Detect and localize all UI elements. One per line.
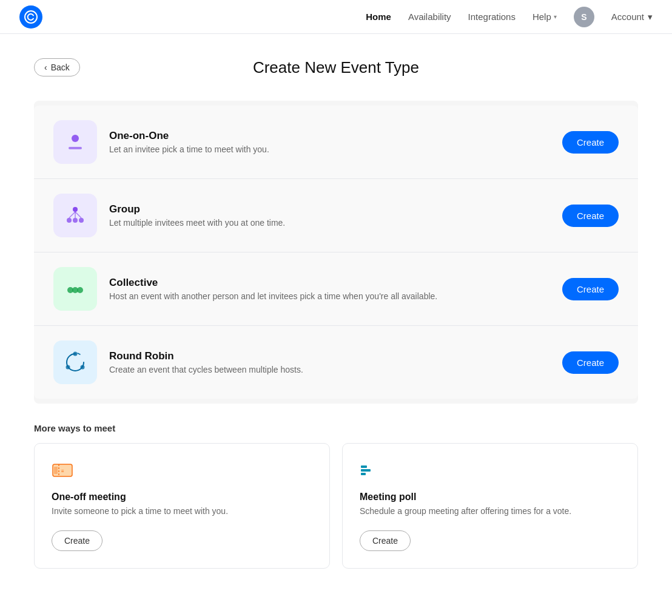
account-chevron-icon: ▾: [648, 12, 653, 22]
more-ways-title: More ways to meet: [34, 423, 638, 433]
create-one-off-meeting-button[interactable]: Create: [52, 530, 102, 551]
round-robin-info: Round Robin Create an event that cycles …: [109, 350, 562, 374]
svg-point-15: [81, 365, 85, 370]
meeting-poll-card: Meeting poll Schedule a group meeting af…: [342, 443, 638, 569]
svg-point-1: [72, 135, 79, 142]
svg-text:≡: ≡: [61, 469, 64, 474]
one-on-one-desc: Let an invitee pick a time to meet with …: [109, 144, 562, 154]
title-area: ‹ Back Create New Event Type: [34, 58, 638, 96]
create-meeting-poll-button[interactable]: Create: [360, 530, 411, 551]
svg-point-6: [79, 218, 84, 223]
ticket-icon: ≡: [52, 461, 312, 484]
title-center: Create New Event Type: [119, 58, 553, 77]
svg-point-16: [66, 365, 70, 370]
svg-point-0: [25, 11, 37, 23]
group-name: Group: [109, 203, 562, 215]
event-card-round-robin: Round Robin Create an event that cycles …: [34, 326, 638, 399]
svg-point-4: [67, 218, 72, 223]
svg-line-9: [75, 212, 81, 218]
create-one-on-one-button[interactable]: Create: [562, 131, 619, 154]
svg-point-5: [73, 218, 78, 223]
svg-point-3: [73, 207, 78, 212]
group-icon-wrapper: [53, 194, 97, 237]
one-on-one-icon: [64, 131, 86, 153]
nav-integrations[interactable]: Integrations: [468, 12, 516, 22]
poll-icon: [360, 461, 620, 484]
svg-rect-2: [69, 147, 82, 149]
more-ways-section: More ways to meet ≡ One-off meeting Invi…: [34, 423, 638, 569]
event-card-one-on-one: One-on-One Let an invitee pick a time to…: [34, 106, 638, 179]
one-on-one-icon-wrapper: [53, 120, 97, 164]
one-off-meeting-card: ≡ One-off meeting Invite someone to pick…: [34, 443, 330, 569]
round-robin-name: Round Robin: [109, 350, 562, 362]
one-off-meeting-name: One-off meeting: [52, 492, 312, 503]
one-off-meeting-desc: Invite someone to pick a time to meet wi…: [52, 506, 312, 516]
round-robin-icon-wrapper: [53, 340, 97, 384]
event-card-group: Group Let multiple invitees meet with yo…: [34, 179, 638, 252]
page-title: Create New Event Type: [119, 58, 553, 77]
collective-name: Collective: [109, 277, 562, 289]
more-ways-grid: ≡ One-off meeting Invite someone to pick…: [34, 443, 638, 569]
svg-point-12: [77, 287, 83, 293]
one-on-one-name: One-on-One: [109, 130, 562, 142]
help-chevron-icon: ▾: [554, 13, 557, 20]
collective-icon: [63, 277, 87, 301]
collective-icon-wrapper: [53, 267, 97, 311]
svg-line-7: [69, 212, 75, 218]
round-robin-desc: Create an event that cycles between mult…: [109, 365, 562, 374]
meeting-poll-desc: Schedule a group meeting after offering …: [360, 506, 620, 516]
back-button[interactable]: ‹ Back: [34, 58, 80, 76]
main-content: ‹ Back Create New Event Type One-on-One …: [15, 34, 657, 593]
meeting-poll-name: Meeting poll: [360, 492, 620, 503]
event-card-collective: Collective Host an event with another pe…: [34, 252, 638, 326]
group-icon: [63, 203, 87, 228]
collective-desc: Host an event with another person and le…: [109, 291, 562, 301]
create-group-button[interactable]: Create: [562, 205, 619, 227]
event-type-list: One-on-One Let an invitee pick a time to…: [34, 101, 638, 404]
logo-icon: [19, 5, 42, 29]
account-menu[interactable]: Account ▾: [611, 12, 653, 22]
back-area: ‹ Back: [34, 58, 119, 96]
svg-rect-22: [361, 469, 371, 472]
create-round-robin-button[interactable]: Create: [562, 351, 619, 374]
round-robin-icon: [62, 349, 89, 376]
back-chevron-icon: ‹: [44, 63, 47, 72]
logo[interactable]: [19, 5, 42, 29]
nav-availability[interactable]: Availability: [408, 12, 451, 22]
nav-home[interactable]: Home: [366, 12, 391, 22]
group-desc: Let multiple invitees meet with you at o…: [109, 218, 562, 228]
collective-info: Collective Host an event with another pe…: [109, 277, 562, 301]
svg-rect-19: [54, 467, 58, 474]
avatar: S: [574, 7, 594, 27]
svg-rect-21: [361, 465, 367, 468]
header: Home Availability Integrations Help ▾ S …: [0, 0, 672, 34]
svg-rect-23: [361, 473, 366, 475]
main-nav: Home Availability Integrations Help ▾ S …: [366, 7, 653, 27]
group-info: Group Let multiple invitees meet with yo…: [109, 203, 562, 228]
svg-point-14: [73, 352, 78, 356]
create-collective-button[interactable]: Create: [562, 278, 619, 300]
one-on-one-info: One-on-One Let an invitee pick a time to…: [109, 130, 562, 154]
nav-help[interactable]: Help ▾: [533, 12, 557, 22]
